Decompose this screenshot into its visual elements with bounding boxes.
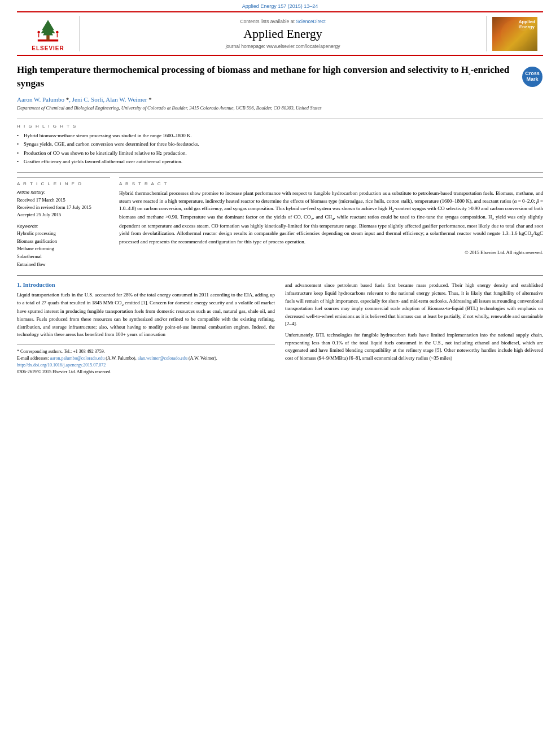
science-direct-line: Contents lists available at ScienceDirec… <box>240 19 325 24</box>
keyword-3: Methane reforming <box>17 245 110 253</box>
highlights-label: H I G H L I G H T S <box>17 124 543 129</box>
authors: Aaron W. Palumbo *, Jeni C. Sorli, Alan … <box>17 96 543 103</box>
footnote-corresponding: * Corresponding authors. Tel.: +1 303 49… <box>17 348 275 355</box>
keyword-2: Biomass gasification <box>17 238 110 246</box>
journal-title: Applied Energy <box>243 27 322 41</box>
svg-text:Mark: Mark <box>526 76 539 82</box>
abstract-label: A B S T R A C T <box>119 177 543 186</box>
keyword-5: Entrained flow <box>17 261 110 269</box>
body-content: 1. Introduction Liquid transportation fu… <box>17 282 543 375</box>
article-info-label: A R T I C L E I N F O <box>17 177 110 186</box>
highlights-divider <box>17 119 543 119</box>
intro-right-text-2: Unfortunately, BTL technologies for fung… <box>285 331 543 362</box>
received-revised-date: Received in revised form 17 July 2015 <box>17 204 110 211</box>
abstract-text: Hybrid thermochemical processes show pro… <box>119 190 543 246</box>
received-date: Received 17 March 2015 <box>17 196 110 204</box>
journal-ref-text: Applied Energy 157 (2015) 13–24 <box>242 3 318 9</box>
email-link-2[interactable]: alan.weimer@colorado.edu <box>138 356 187 361</box>
email-link-1[interactable]: aaron.palumbo@colorado.edu <box>50 356 105 361</box>
keywords-label: Keywords: <box>17 224 110 229</box>
intro-right-text-1: and advancement since petroleum based fu… <box>285 282 543 328</box>
doi-link[interactable]: http://dx.doi.org/10.1016/j.apenergy.201… <box>17 362 106 368</box>
highlight-2: Syngas yields, CGE, and carbon conversio… <box>17 141 543 148</box>
journal-info-center: Contents lists available at ScienceDirec… <box>79 16 487 51</box>
keyword-1: Hybrolic processing <box>17 230 110 238</box>
highlight-3: Production of CO was shown to be kinetic… <box>17 150 543 157</box>
crossmark-icon: Cross Mark <box>522 66 543 88</box>
intro-left-text: Liquid transportation fuels in the U.S. … <box>17 291 275 339</box>
article-info-col: A R T I C L E I N F O Article history: R… <box>17 177 110 268</box>
elsevier-logo-section: ELSEVIER <box>17 16 79 51</box>
elsevier-text: ELSEVIER <box>32 45 64 51</box>
highlights-section: H I G H L I G H T S Hybrid biomass-metha… <box>17 124 543 165</box>
applied-energy-badge: AppliedEnergy <box>492 17 537 51</box>
article-title: High temperature thermochemical processi… <box>17 64 516 90</box>
svg-point-7 <box>56 31 59 34</box>
footnote-issn: 0306-2619/© 2015 Elsevier Ltd. All right… <box>17 369 275 375</box>
journal-header: ELSEVIER Contents lists available at Sci… <box>17 11 543 56</box>
accepted-date: Accepted 25 July 2015 <box>17 211 110 219</box>
journal-homepage: journal homepage: www.elsevier.com/locat… <box>225 43 340 49</box>
main-content: High temperature thermochemical processi… <box>17 56 543 375</box>
abstract-col: A B S T R A C T Hybrid thermochemical pr… <box>119 177 543 268</box>
elsevier-tree-icon <box>31 16 65 44</box>
body-divider <box>17 275 543 276</box>
footnote-email: E-mail addresses: aaron.palumbo@colorado… <box>17 355 275 362</box>
crossmark-badge: Cross Mark <box>522 66 543 89</box>
body-left-col: 1. Introduction Liquid transportation fu… <box>17 282 275 375</box>
body-right-col: and advancement since petroleum based fu… <box>285 282 543 375</box>
footnote-area: * Corresponding authors. Tel.: +1 303 49… <box>17 344 275 375</box>
footnote-doi: http://dx.doi.org/10.1016/j.apenergy.201… <box>17 362 275 369</box>
svg-point-5 <box>37 31 40 34</box>
svg-point-10 <box>518 20 529 31</box>
copyright: © 2015 Elsevier Ltd. All rights reserved… <box>119 250 543 255</box>
history-label: Article history: <box>17 190 110 195</box>
intro-heading: 1. Introduction <box>17 282 275 288</box>
journal-badge-section: AppliedEnergy <box>487 16 543 51</box>
highlight-4: Gasifier efficiency and yields favored a… <box>17 158 543 165</box>
keyword-4: Solarthermal <box>17 253 110 261</box>
highlight-1: Hybrid biomass-methane steam processing … <box>17 132 543 139</box>
article-title-section: High temperature thermochemical processi… <box>17 64 543 90</box>
elsevier-logo: ELSEVIER <box>31 16 65 51</box>
article-info-divider <box>17 172 543 173</box>
svg-text:Cross: Cross <box>525 71 540 76</box>
affiliation: Department of Chemical and Biological En… <box>17 105 543 112</box>
article-info-abstract: A R T I C L E I N F O Article history: R… <box>17 177 543 268</box>
badge-overlay <box>492 17 537 51</box>
science-direct-link[interactable]: ScienceDirect <box>296 19 325 24</box>
journal-reference: Applied Energy 157 (2015) 13–24 <box>0 0 560 11</box>
